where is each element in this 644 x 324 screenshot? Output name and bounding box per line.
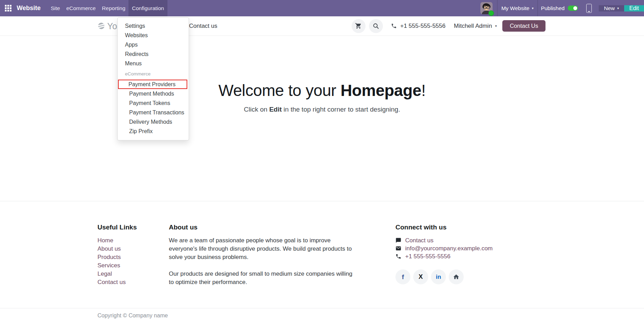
grid-icon	[5, 5, 11, 11]
footer-about: About us We are a team of passionate peo…	[169, 224, 354, 295]
configuration-dropdown: Settings Websites Apps Redirects Menus e…	[117, 17, 189, 140]
footer-link-legal[interactable]: Legal	[97, 270, 169, 278]
facebook-button[interactable]: f	[395, 269, 410, 284]
menu-ecommerce[interactable]: eCommerce	[63, 0, 99, 16]
facebook-icon: f	[402, 273, 404, 281]
footer-link-products[interactable]: Products	[97, 253, 169, 261]
footer-link-about-us[interactable]: About us	[97, 245, 169, 253]
social-icons-row: f X in	[395, 269, 493, 284]
user-name: Mitchell Admin	[454, 23, 492, 30]
title-bold: Homepage	[340, 81, 421, 99]
about-paragraph-1: We are a team of passionate people whose…	[169, 236, 354, 261]
new-button-label: New	[604, 5, 615, 11]
new-button[interactable]: New ▾	[599, 5, 624, 11]
app-name[interactable]: Website	[16, 0, 48, 16]
published-toggle[interactable]	[568, 6, 578, 11]
edit-button[interactable]: Edit	[624, 5, 644, 11]
menu-configuration[interactable]: Configuration	[128, 0, 167, 16]
footer-link-contact-us[interactable]: Contact us	[97, 278, 169, 286]
home-icon	[453, 274, 460, 280]
x-icon: X	[418, 273, 423, 281]
dropdown-item-menus[interactable]: Menus	[118, 59, 189, 68]
hero-section: Welcome to your Homepage! Click on Edit …	[0, 36, 644, 201]
navbar-right: My Website ▾ Published New ▾ Edit	[480, 0, 644, 16]
cart-button[interactable]	[352, 19, 366, 33]
chevron-down-icon: ▾	[495, 24, 497, 28]
online-status-dot	[488, 10, 494, 16]
connect-phone-label: +1 555-555-5556	[405, 252, 450, 260]
copyright-text: Copyright © Company name	[92, 308, 552, 323]
user-menu[interactable]: Mitchell Admin ▾	[454, 23, 497, 30]
connect-email-link[interactable]: info@yourcompany.example.com	[395, 244, 493, 252]
dropdown-item-payment-providers[interactable]: Payment Providers	[118, 80, 187, 89]
user-avatar[interactable]	[480, 2, 493, 14]
site-footer: Useful Links Home About us Products Serv…	[0, 201, 644, 323]
chevron-down-icon: ▾	[617, 7, 619, 10]
cart-icon	[355, 23, 362, 29]
footer-column-title: Connect with us	[395, 224, 493, 231]
connect-email-label: info@yourcompany.example.com	[405, 244, 493, 252]
dropdown-item-redirects[interactable]: Redirects	[118, 49, 189, 59]
backend-navbar: Website Site eCommerce Reporting Configu…	[0, 0, 644, 16]
footer-column-title: Useful Links	[97, 224, 169, 231]
linkedin-button[interactable]: in	[431, 269, 446, 284]
dropdown-item-websites[interactable]: Websites	[118, 31, 189, 40]
header-phone-number: +1 555-555-5556	[400, 23, 446, 30]
logo-sphere-icon	[97, 22, 105, 30]
dropdown-item-payment-transactions[interactable]: Payment Transactions	[118, 108, 189, 117]
header-nav-contact-us[interactable]: Contact us	[189, 23, 217, 30]
about-paragraph-2: Our products are designed for small to m…	[169, 270, 354, 286]
subtitle-bold: Edit	[269, 106, 282, 113]
search-button[interactable]	[369, 19, 383, 33]
connect-phone-link[interactable]: +1 555-555-5556	[395, 252, 493, 260]
dropdown-item-payment-tokens[interactable]: Payment Tokens	[118, 98, 189, 108]
envelope-icon	[395, 245, 401, 251]
homepage-button[interactable]	[449, 269, 464, 284]
chat-bubble-icon	[395, 237, 401, 243]
chevron-down-icon: ▾	[532, 7, 534, 10]
connect-contact-link[interactable]: Contact us	[395, 236, 493, 244]
dropdown-item-apps[interactable]: Apps	[118, 40, 189, 49]
title-prefix: Welcome to your	[218, 81, 340, 99]
apps-grid-icon[interactable]	[0, 0, 16, 16]
footer-connect: Connect with us Contact us info@yourcomp…	[395, 224, 493, 284]
published-control: Published	[538, 5, 568, 11]
subtitle-prefix: Click on	[244, 106, 269, 113]
header-phone-link[interactable]: +1 555-555-5556	[391, 23, 446, 30]
menu-site[interactable]: Site	[48, 0, 63, 16]
subtitle-suffix: in the top right corner to start designi…	[282, 106, 400, 113]
copyright-bar: Copyright © Company name	[0, 308, 644, 323]
phone-icon	[391, 23, 397, 29]
title-suffix: !	[421, 81, 425, 99]
footer-link-home[interactable]: Home	[97, 236, 169, 245]
search-icon	[373, 23, 379, 29]
footer-link-services[interactable]: Services	[97, 261, 169, 270]
phone-icon	[395, 253, 401, 259]
footer-column-title: About us	[169, 224, 354, 231]
page-title: Welcome to your Homepage!	[0, 81, 644, 100]
mobile-preview-icon[interactable]	[586, 4, 592, 13]
website-switcher[interactable]: My Website ▾	[497, 5, 537, 11]
dropdown-item-settings[interactable]: Settings	[118, 21, 189, 31]
x-button[interactable]: X	[413, 269, 428, 284]
dropdown-item-delivery-methods[interactable]: Delivery Methods	[118, 117, 189, 127]
website-switcher-label: My Website	[501, 5, 529, 11]
linkedin-icon: in	[436, 274, 441, 281]
hero-subtitle: Click on Edit in the top right corner to…	[0, 106, 644, 113]
menu-reporting[interactable]: Reporting	[99, 0, 128, 16]
connect-contact-label: Contact us	[405, 236, 433, 244]
footer-useful-links: Useful Links Home About us Products Serv…	[97, 224, 169, 286]
site-header: YourCompany Contact us +1 555-555-5556 M…	[0, 16, 644, 36]
header-right: +1 555-555-5556 Mitchell Admin ▾ Contact…	[352, 19, 545, 33]
published-label: Published	[541, 5, 565, 11]
contact-us-button[interactable]: Contact Us	[502, 20, 545, 32]
dropdown-section-ecommerce: eCommerce	[118, 71, 189, 78]
dropdown-item-payment-methods[interactable]: Payment Methods	[118, 89, 189, 98]
dropdown-item-zip-prefix[interactable]: Zip Prefix	[118, 127, 189, 136]
